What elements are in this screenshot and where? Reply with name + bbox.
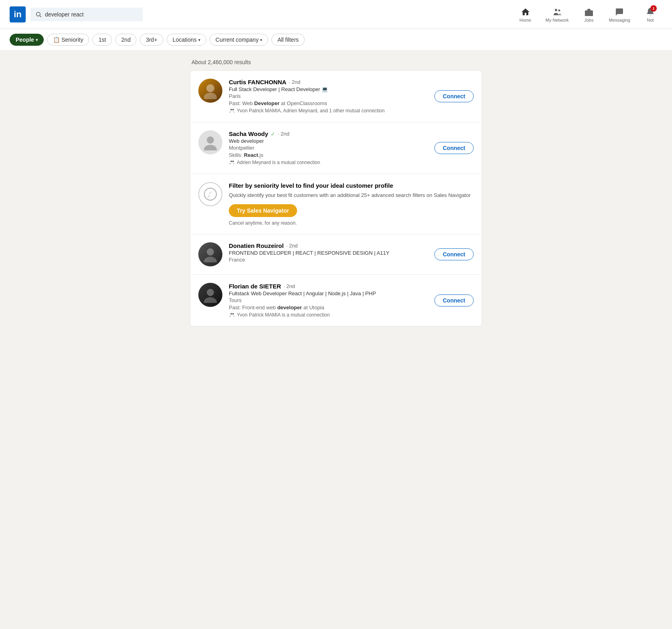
svg-point-16 bbox=[204, 257, 217, 262]
mutual-icon-curtis bbox=[229, 108, 235, 114]
svg-marker-14 bbox=[207, 191, 212, 198]
promo-sales-navigator: Filter by seniority level to find your i… bbox=[190, 174, 482, 234]
result-title-florian: Fullstack Web Developer React | Angular … bbox=[229, 290, 428, 296]
avatar-curtis[interactable] bbox=[198, 79, 222, 103]
avatar-person-icon bbox=[202, 82, 219, 99]
avatar-donatien-icon bbox=[202, 246, 218, 262]
notifications-icon: 1 bbox=[646, 6, 655, 16]
svg-point-8 bbox=[232, 109, 234, 110]
promo-title: Filter by seniority level to find your i… bbox=[229, 182, 474, 189]
svg-point-11 bbox=[230, 160, 232, 162]
main-content: About 2,460,000 results Curtis FANCHONNA… bbox=[183, 59, 489, 327]
svg-point-2 bbox=[555, 9, 557, 11]
result-name-sacha[interactable]: Sacha Woody bbox=[229, 130, 268, 137]
avatar-florian[interactable] bbox=[198, 283, 222, 307]
filter-seniority[interactable]: 📋 Seniority bbox=[47, 34, 89, 46]
nav-label-notifications: Not bbox=[647, 18, 654, 22]
filter-current-company[interactable]: Current company ▾ bbox=[210, 34, 268, 46]
avatar-florian-icon bbox=[202, 287, 218, 303]
nav-item-my-network[interactable]: My Network bbox=[541, 3, 574, 25]
svg-point-18 bbox=[204, 297, 217, 303]
result-info-curtis: Curtis FANCHONNA · 2nd Full Stack Develo… bbox=[229, 79, 428, 114]
degree-badge-sacha: · 2nd bbox=[278, 131, 289, 137]
filter-2nd-label: 2nd bbox=[121, 37, 130, 43]
result-info-florian: Florian de SIETER · 2nd Fullstack Web De… bbox=[229, 283, 428, 318]
header: in Home My Network Jobs bbox=[0, 0, 672, 29]
degree-badge-florian: · 2nd bbox=[283, 283, 295, 289]
nav-item-jobs[interactable]: Jobs bbox=[577, 3, 601, 25]
nav-label-messaging: Messaging bbox=[609, 18, 630, 22]
locations-chevron-icon: ▾ bbox=[198, 38, 200, 42]
current-company-chevron-icon: ▾ bbox=[260, 38, 262, 42]
svg-point-19 bbox=[230, 313, 232, 314]
promo-compass-icon bbox=[198, 182, 222, 206]
table-row: Donatien Rouzeirol · 2nd FRONTEND DEVELO… bbox=[190, 234, 482, 275]
degree-badge-donatien: · 2nd bbox=[286, 243, 298, 249]
connect-button-donatien[interactable]: Connect bbox=[434, 248, 474, 260]
connect-button-sacha[interactable]: Connect bbox=[434, 142, 474, 154]
result-mutual-florian: Yvon Patrick MAMIA is a mutual connectio… bbox=[229, 312, 428, 318]
filter-3rd-plus[interactable]: 3rd+ bbox=[140, 34, 163, 46]
avatar-generic-icon bbox=[202, 134, 218, 150]
people-chevron-icon: ▾ bbox=[36, 38, 38, 42]
avatar-sacha[interactable] bbox=[198, 130, 222, 154]
nav-bar: Home My Network Jobs Messaging 1 Not bbox=[513, 3, 662, 25]
laptop-icon: 💻 bbox=[322, 86, 328, 92]
search-icon bbox=[35, 11, 42, 18]
verified-icon-sacha: ✓ bbox=[271, 131, 275, 137]
try-sales-navigator-button[interactable]: Try Sales Navigator bbox=[229, 204, 297, 217]
result-name-donatien[interactable]: Donatien Rouzeirol bbox=[229, 242, 284, 249]
result-mutual-curtis: Yvon Patrick MAMIA, Adrien Meynard, and … bbox=[229, 108, 428, 114]
results-card: Curtis FANCHONNA · 2nd Full Stack Develo… bbox=[190, 70, 482, 327]
nav-label-my-network: My Network bbox=[546, 18, 569, 22]
mutual-icon-sacha bbox=[229, 159, 235, 166]
results-count: About 2,460,000 results bbox=[190, 59, 482, 65]
avatar-donatien[interactable] bbox=[198, 242, 222, 266]
nav-item-messaging[interactable]: Messaging bbox=[604, 3, 635, 25]
nav-label-home: Home bbox=[519, 18, 531, 22]
filter-locations[interactable]: Locations ▾ bbox=[167, 34, 206, 46]
nav-item-home[interactable]: Home bbox=[513, 3, 538, 25]
filter-people-label: People bbox=[16, 37, 34, 43]
result-title-sacha: Web developer bbox=[229, 138, 428, 144]
svg-point-15 bbox=[207, 248, 214, 256]
svg-point-3 bbox=[558, 9, 560, 11]
linkedin-logo[interactable]: in bbox=[10, 6, 26, 22]
promo-description: Quickly identify your best fit customers… bbox=[229, 191, 474, 199]
filter-1st[interactable]: 1st bbox=[92, 34, 112, 46]
connect-button-florian[interactable]: Connect bbox=[434, 294, 474, 306]
svg-point-17 bbox=[207, 289, 214, 296]
filter-all-filters-label: All filters bbox=[277, 37, 299, 43]
svg-point-5 bbox=[206, 84, 214, 92]
search-box[interactable] bbox=[31, 8, 143, 21]
filter-locations-label: Locations bbox=[173, 37, 197, 43]
result-mutual-sacha: Adrien Meynard is a mutual connection bbox=[229, 159, 428, 166]
result-past-curtis: Past: Web Developer at OpenClassrooms bbox=[229, 100, 428, 106]
filter-current-company-label: Current company bbox=[216, 37, 259, 43]
home-icon bbox=[521, 6, 530, 16]
result-title-curtis: Full Stack Developer | React Developer 💻 bbox=[229, 86, 428, 92]
nav-item-notifications[interactable]: 1 Not bbox=[638, 3, 662, 25]
svg-point-10 bbox=[204, 145, 217, 150]
connect-button-curtis[interactable]: Connect bbox=[434, 90, 474, 102]
result-name-curtis[interactable]: Curtis FANCHONNA bbox=[229, 79, 286, 85]
svg-point-12 bbox=[232, 160, 234, 162]
result-title-donatien: FRONTEND DEVELOPER | REACT | RESPONSIVE … bbox=[229, 250, 428, 256]
promo-content: Filter by seniority level to find your i… bbox=[229, 182, 474, 226]
table-row: Florian de SIETER · 2nd Fullstack Web De… bbox=[190, 275, 482, 326]
filter-2nd[interactable]: 2nd bbox=[115, 34, 136, 46]
filter-3rd-plus-label: 3rd+ bbox=[146, 37, 157, 43]
result-location-sacha: Montpellier bbox=[229, 145, 428, 151]
result-name-florian[interactable]: Florian de SIETER bbox=[229, 283, 281, 290]
search-input[interactable] bbox=[45, 11, 138, 18]
filter-people[interactable]: People ▾ bbox=[10, 34, 44, 46]
filter-all-filters[interactable]: All filters bbox=[271, 34, 305, 46]
filter-1st-label: 1st bbox=[98, 37, 106, 43]
svg-point-6 bbox=[204, 93, 217, 99]
svg-point-7 bbox=[230, 109, 232, 110]
jobs-icon bbox=[584, 6, 594, 16]
promo-cancel-text: Cancel anytime, for any reason. bbox=[229, 220, 474, 226]
svg-point-0 bbox=[37, 12, 40, 16]
result-location-curtis: Paris bbox=[229, 93, 428, 99]
svg-point-9 bbox=[207, 136, 214, 144]
